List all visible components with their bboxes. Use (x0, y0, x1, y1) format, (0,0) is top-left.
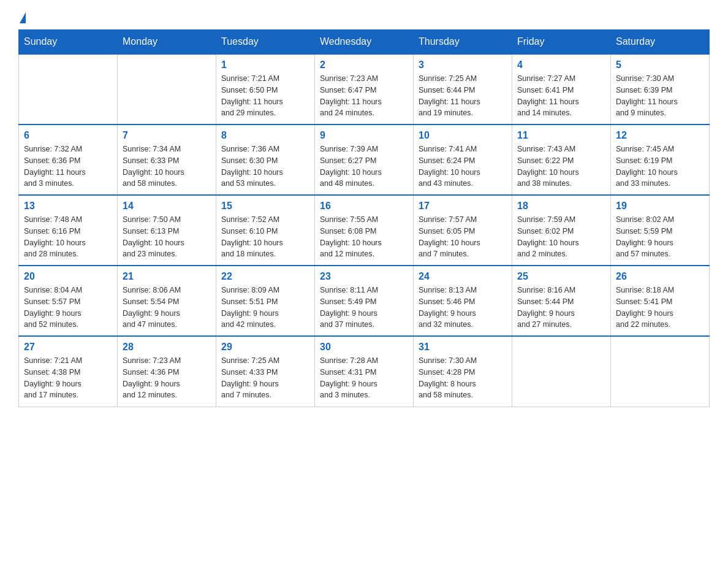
calendar-cell: 25Sunrise: 8:16 AM Sunset: 5:44 PM Dayli… (512, 266, 611, 336)
day-info: Sunrise: 7:41 AM Sunset: 6:24 PM Dayligh… (419, 144, 507, 190)
day-info: Sunrise: 7:28 AM Sunset: 4:31 PM Dayligh… (320, 355, 408, 401)
day-header-monday: Monday (118, 30, 216, 55)
day-number: 9 (320, 130, 408, 141)
week-row-1: 1Sunrise: 7:21 AM Sunset: 6:50 PM Daylig… (19, 54, 710, 124)
day-number: 21 (123, 271, 211, 282)
day-info: Sunrise: 7:27 AM Sunset: 6:41 PM Dayligh… (517, 73, 605, 119)
day-number: 26 (616, 271, 704, 282)
calendar-cell: 14Sunrise: 7:50 AM Sunset: 6:13 PM Dayli… (118, 195, 216, 266)
day-info: Sunrise: 8:18 AM Sunset: 5:41 PM Dayligh… (616, 285, 704, 331)
day-info: Sunrise: 7:59 AM Sunset: 6:02 PM Dayligh… (517, 214, 605, 260)
day-info: Sunrise: 8:04 AM Sunset: 5:57 PM Dayligh… (24, 285, 112, 331)
day-info: Sunrise: 7:34 AM Sunset: 6:33 PM Dayligh… (123, 144, 211, 190)
calendar-cell: 2Sunrise: 7:23 AM Sunset: 6:47 PM Daylig… (315, 54, 414, 124)
day-number: 18 (517, 201, 605, 212)
day-info: Sunrise: 8:06 AM Sunset: 5:54 PM Dayligh… (123, 285, 211, 331)
days-header-row: SundayMondayTuesdayWednesdayThursdayFrid… (19, 30, 710, 55)
day-header-friday: Friday (512, 30, 611, 55)
day-number: 27 (24, 342, 112, 353)
logo (18, 12, 26, 23)
calendar-cell: 17Sunrise: 7:57 AM Sunset: 6:05 PM Dayli… (414, 195, 512, 266)
day-info: Sunrise: 7:25 AM Sunset: 6:44 PM Dayligh… (419, 73, 507, 119)
calendar-cell: 6Sunrise: 7:32 AM Sunset: 6:36 PM Daylig… (19, 124, 118, 195)
calendar-cell: 22Sunrise: 8:09 AM Sunset: 5:51 PM Dayli… (216, 266, 315, 336)
day-info: Sunrise: 8:13 AM Sunset: 5:46 PM Dayligh… (419, 285, 507, 331)
day-number: 23 (320, 271, 408, 282)
day-info: Sunrise: 7:52 AM Sunset: 6:10 PM Dayligh… (221, 214, 309, 260)
week-row-4: 20Sunrise: 8:04 AM Sunset: 5:57 PM Dayli… (19, 266, 710, 336)
day-number: 10 (419, 130, 507, 141)
day-info: Sunrise: 7:23 AM Sunset: 6:47 PM Dayligh… (320, 73, 408, 119)
day-info: Sunrise: 8:09 AM Sunset: 5:51 PM Dayligh… (221, 285, 309, 331)
calendar-cell: 16Sunrise: 7:55 AM Sunset: 6:08 PM Dayli… (315, 195, 414, 266)
day-number: 11 (517, 130, 605, 141)
day-number: 14 (123, 201, 211, 212)
day-info: Sunrise: 7:21 AM Sunset: 6:50 PM Dayligh… (221, 73, 309, 119)
calendar-cell: 13Sunrise: 7:48 AM Sunset: 6:16 PM Dayli… (19, 195, 118, 266)
day-number: 13 (24, 201, 112, 212)
day-info: Sunrise: 8:16 AM Sunset: 5:44 PM Dayligh… (517, 285, 605, 331)
day-number: 28 (123, 342, 211, 353)
day-number: 6 (24, 130, 112, 141)
day-info: Sunrise: 8:11 AM Sunset: 5:49 PM Dayligh… (320, 285, 408, 331)
week-row-5: 27Sunrise: 7:21 AM Sunset: 4:38 PM Dayli… (19, 336, 710, 407)
day-info: Sunrise: 7:43 AM Sunset: 6:22 PM Dayligh… (517, 144, 605, 190)
day-number: 8 (221, 130, 309, 141)
page-header (18, 12, 710, 23)
calendar-cell: 24Sunrise: 8:13 AM Sunset: 5:46 PM Dayli… (414, 266, 512, 336)
week-row-3: 13Sunrise: 7:48 AM Sunset: 6:16 PM Dayli… (19, 195, 710, 266)
day-number: 5 (616, 59, 704, 71)
day-number: 16 (320, 201, 408, 212)
day-header-tuesday: Tuesday (216, 30, 315, 55)
day-number: 12 (616, 130, 704, 141)
day-info: Sunrise: 7:21 AM Sunset: 4:38 PM Dayligh… (24, 355, 112, 401)
day-number: 3 (419, 59, 507, 71)
calendar-cell: 30Sunrise: 7:28 AM Sunset: 4:31 PM Dayli… (315, 336, 414, 407)
calendar-cell: 4Sunrise: 7:27 AM Sunset: 6:41 PM Daylig… (512, 54, 611, 124)
day-info: Sunrise: 7:39 AM Sunset: 6:27 PM Dayligh… (320, 144, 408, 190)
calendar-cell: 12Sunrise: 7:45 AM Sunset: 6:19 PM Dayli… (611, 124, 710, 195)
calendar-cell: 7Sunrise: 7:34 AM Sunset: 6:33 PM Daylig… (118, 124, 216, 195)
calendar-cell: 10Sunrise: 7:41 AM Sunset: 6:24 PM Dayli… (414, 124, 512, 195)
calendar-cell: 26Sunrise: 8:18 AM Sunset: 5:41 PM Dayli… (611, 266, 710, 336)
calendar-cell: 8Sunrise: 7:36 AM Sunset: 6:30 PM Daylig… (216, 124, 315, 195)
day-info: Sunrise: 7:32 AM Sunset: 6:36 PM Dayligh… (24, 144, 112, 190)
day-number: 7 (123, 130, 211, 141)
day-header-thursday: Thursday (414, 30, 512, 55)
calendar-cell: 18Sunrise: 7:59 AM Sunset: 6:02 PM Dayli… (512, 195, 611, 266)
day-number: 29 (221, 342, 309, 353)
day-number: 30 (320, 342, 408, 353)
day-info: Sunrise: 7:30 AM Sunset: 4:28 PM Dayligh… (419, 355, 507, 401)
day-number: 2 (320, 59, 408, 71)
day-info: Sunrise: 7:36 AM Sunset: 6:30 PM Dayligh… (221, 144, 309, 190)
calendar-cell: 31Sunrise: 7:30 AM Sunset: 4:28 PM Dayli… (414, 336, 512, 407)
day-info: Sunrise: 7:30 AM Sunset: 6:39 PM Dayligh… (616, 73, 704, 119)
calendar-cell (512, 336, 611, 407)
calendar-table: SundayMondayTuesdayWednesdayThursdayFrid… (18, 29, 710, 407)
calendar-cell: 3Sunrise: 7:25 AM Sunset: 6:44 PM Daylig… (414, 54, 512, 124)
calendar-cell: 15Sunrise: 7:52 AM Sunset: 6:10 PM Dayli… (216, 195, 315, 266)
calendar-cell: 5Sunrise: 7:30 AM Sunset: 6:39 PM Daylig… (611, 54, 710, 124)
calendar-cell (611, 336, 710, 407)
day-info: Sunrise: 7:23 AM Sunset: 4:36 PM Dayligh… (123, 355, 211, 401)
calendar-cell: 21Sunrise: 8:06 AM Sunset: 5:54 PM Dayli… (118, 266, 216, 336)
calendar-cell (19, 54, 118, 124)
day-info: Sunrise: 7:25 AM Sunset: 4:33 PM Dayligh… (221, 355, 309, 401)
day-info: Sunrise: 7:48 AM Sunset: 6:16 PM Dayligh… (24, 214, 112, 260)
calendar-cell: 9Sunrise: 7:39 AM Sunset: 6:27 PM Daylig… (315, 124, 414, 195)
day-number: 15 (221, 201, 309, 212)
calendar-cell: 1Sunrise: 7:21 AM Sunset: 6:50 PM Daylig… (216, 54, 315, 124)
day-header-saturday: Saturday (611, 30, 710, 55)
calendar-cell: 28Sunrise: 7:23 AM Sunset: 4:36 PM Dayli… (118, 336, 216, 407)
calendar-cell: 20Sunrise: 8:04 AM Sunset: 5:57 PM Dayli… (19, 266, 118, 336)
calendar-cell: 11Sunrise: 7:43 AM Sunset: 6:22 PM Dayli… (512, 124, 611, 195)
day-info: Sunrise: 7:45 AM Sunset: 6:19 PM Dayligh… (616, 144, 704, 190)
day-number: 4 (517, 59, 605, 71)
day-number: 24 (419, 271, 507, 282)
day-number: 20 (24, 271, 112, 282)
day-number: 31 (419, 342, 507, 353)
day-info: Sunrise: 8:02 AM Sunset: 5:59 PM Dayligh… (616, 214, 704, 260)
calendar-cell: 23Sunrise: 8:11 AM Sunset: 5:49 PM Dayli… (315, 266, 414, 336)
day-info: Sunrise: 7:55 AM Sunset: 6:08 PM Dayligh… (320, 214, 408, 260)
day-info: Sunrise: 7:57 AM Sunset: 6:05 PM Dayligh… (419, 214, 507, 260)
